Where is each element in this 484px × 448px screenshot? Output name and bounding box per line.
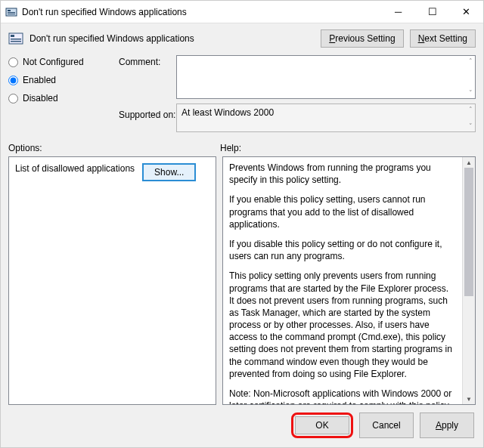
- dialog-window: Don't run specified Windows applications…: [0, 0, 484, 448]
- policy-header-icon: [8, 31, 23, 46]
- scroll-up-icon: ˄: [469, 106, 473, 113]
- cancel-button[interactable]: Cancel: [359, 412, 414, 438]
- radio-label: Disabled: [23, 93, 58, 104]
- show-button[interactable]: Show...: [142, 163, 196, 181]
- radio-disabled[interactable]: Disabled: [8, 93, 114, 104]
- help-paragraph: Note: Non-Microsoft applications with Wi…: [229, 388, 456, 404]
- scroll-down-icon[interactable]: ▼: [463, 394, 475, 404]
- svg-rect-7: [11, 41, 21, 42]
- maximize-button[interactable]: ☐: [415, 1, 449, 23]
- scroll-down-icon: ˅: [469, 122, 473, 130]
- scroll-up-icon[interactable]: ▲: [463, 157, 475, 168]
- help-label: Help:: [220, 143, 476, 153]
- titlebar: Don't run specified Windows applications…: [1, 1, 483, 23]
- ok-button[interactable]: OK: [295, 416, 349, 434]
- help-pane: Prevents Windows from running the progra…: [222, 156, 476, 405]
- radio-enabled-input[interactable]: [8, 76, 18, 85]
- options-pane: List of disallowed applications Show...: [8, 156, 216, 405]
- radio-not-configured[interactable]: Not Configured: [8, 57, 114, 67]
- radio-label: Enabled: [23, 75, 56, 85]
- radio-disabled-input[interactable]: [8, 94, 18, 104]
- help-paragraph: If you disable this policy setting or do…: [229, 238, 456, 262]
- comment-label: Comment:: [119, 55, 172, 67]
- svg-rect-3: [8, 14, 15, 14]
- svg-rect-2: [8, 12, 15, 13]
- help-scrollbar[interactable]: ▲ ▼: [462, 157, 475, 404]
- scroll-up-icon: ˄: [469, 57, 473, 65]
- help-paragraph: If you enable this policy setting, users…: [229, 193, 456, 230]
- svg-rect-5: [11, 35, 14, 37]
- scrollbar-thumb[interactable]: [464, 168, 473, 296]
- supported-on-label: Supported on:: [119, 104, 172, 120]
- svg-rect-6: [11, 39, 21, 40]
- policy-icon: [5, 6, 17, 18]
- policy-title: Don't run specified Windows applications: [29, 33, 321, 44]
- options-label: Options:: [8, 143, 220, 153]
- close-button[interactable]: ✕: [449, 1, 483, 23]
- header: Don't run specified Windows applications…: [1, 23, 483, 52]
- help-text: Prevents Windows from running the progra…: [223, 157, 462, 404]
- comment-textarea[interactable]: ˄ ˅: [176, 55, 476, 99]
- ok-highlight: OK: [291, 412, 353, 438]
- help-paragraph: Prevents Windows from running the progra…: [229, 162, 456, 186]
- supported-on-box: At least Windows 2000 ˄ ˅: [176, 104, 476, 132]
- help-paragraph: This policy setting only prevents users …: [229, 270, 456, 380]
- radio-enabled[interactable]: Enabled: [8, 75, 114, 85]
- dialog-footer: OK Cancel Apply: [1, 405, 483, 447]
- supported-on-text: At least Windows 2000: [182, 107, 274, 118]
- svg-rect-1: [8, 10, 11, 11]
- previous-setting-button[interactable]: Previous Setting: [321, 29, 403, 48]
- next-setting-button[interactable]: Next Setting: [410, 29, 476, 48]
- radio-not-configured-input[interactable]: [8, 57, 18, 67]
- apply-button[interactable]: Apply: [420, 412, 474, 438]
- minimize-button[interactable]: ─: [381, 1, 415, 23]
- scroll-down-icon: ˅: [469, 89, 473, 97]
- disallowed-list-label: List of disallowed applications: [15, 163, 135, 174]
- radio-label: Not Configured: [23, 57, 84, 67]
- window-title: Don't run specified Windows applications: [22, 7, 381, 17]
- state-radio-group: Not Configured Enabled Disabled: [8, 55, 114, 111]
